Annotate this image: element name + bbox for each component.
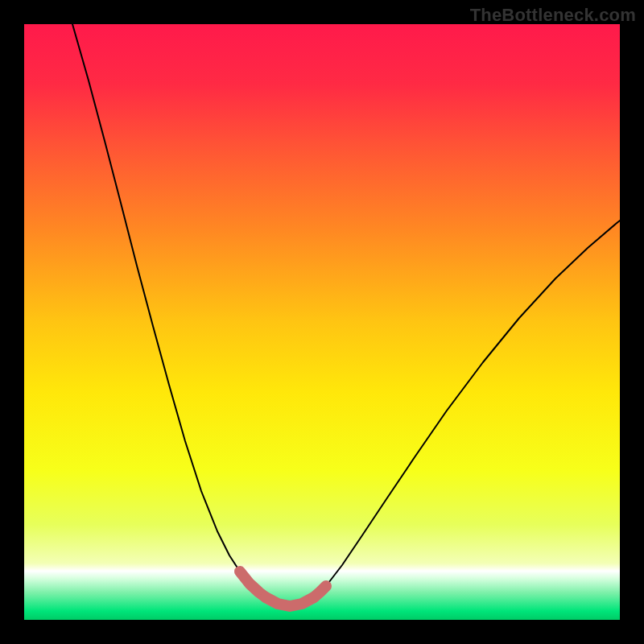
chart-stage: TheBottleneck.com: [0, 0, 644, 644]
plot-svg: [24, 24, 620, 620]
plot-area: [24, 24, 620, 620]
gradient-background: [24, 24, 620, 620]
watermark-text: TheBottleneck.com: [470, 5, 636, 26]
